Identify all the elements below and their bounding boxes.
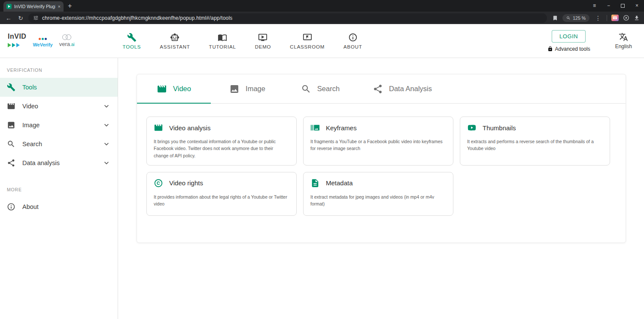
header-right: LOGIN Advanced tools English — [547, 30, 632, 52]
weverify-dots-icon — [33, 34, 52, 41]
divider — [607, 15, 607, 21]
nav-item-demo[interactable]: DEMO — [255, 33, 271, 49]
app-body: VERIFICATION Tools Video Image Search Da… — [0, 58, 644, 319]
tool-card-video-analysis[interactable]: Video analysis It brings you the context… — [146, 117, 297, 166]
chevron-down-icon[interactable] — [102, 121, 111, 129]
vera-logo[interactable]: vera.ai — [59, 34, 75, 47]
nav-label: DEMO — [255, 44, 271, 49]
site-settings-icon[interactable] — [33, 15, 39, 21]
classroom-icon — [303, 33, 312, 42]
tab-data-analysis[interactable]: Data Analysis — [357, 74, 448, 103]
tab-label: Search — [317, 85, 340, 93]
tab-image[interactable]: Image — [211, 74, 284, 103]
tool-card-title: Keyframes — [326, 124, 357, 132]
advanced-tools-link[interactable]: Advanced tools — [547, 46, 590, 52]
nav-label: ASSISTANT — [160, 44, 190, 49]
tool-card-keyframes[interactable]: Keyframes It fragments a YouTube or a Fa… — [303, 117, 453, 166]
image-icon — [229, 84, 240, 94]
maximize-icon — [621, 4, 625, 8]
tool-card-video-rights[interactable]: Video rights It provides information abo… — [146, 172, 297, 216]
bookmark-icon[interactable] — [552, 15, 558, 21]
url-text: chrome-extension://mhccpoafgdgbhnjfhkcmg… — [42, 15, 233, 21]
vera-logo-text: vera.ai — [59, 41, 75, 47]
nav-item-tutorial[interactable]: TUTORIAL — [209, 33, 236, 49]
navbar-right-icons: 125 % ⋮ — [550, 14, 640, 22]
tab-label: Image — [246, 85, 265, 93]
invid-triangles-icon — [8, 41, 26, 49]
back-icon[interactable]: ← — [4, 15, 13, 21]
nav-item-about[interactable]: ABOUT — [343, 33, 362, 49]
sidebar-item-label: Image — [22, 122, 39, 129]
advanced-tools-label: Advanced tools — [555, 46, 590, 52]
sidebar-item-label: Tools — [22, 84, 37, 91]
film-icon — [7, 102, 15, 110]
tools-panel: Video Image Search Data Analysis — [137, 74, 626, 243]
nav-label: TOOLS — [123, 44, 141, 49]
tool-card-description: It brings you the contextual information… — [154, 138, 289, 159]
tool-card-title: Thumbnails — [483, 124, 516, 132]
info-icon — [7, 202, 15, 211]
extension-favicon-icon — [6, 4, 12, 9]
media-control-icon[interactable] — [623, 15, 629, 21]
overflow-menu-icon[interactable]: ⋮ — [594, 15, 602, 21]
invid-logo-text: InVID — [8, 33, 26, 40]
sidebar-item-image[interactable]: Image — [0, 116, 118, 135]
chevron-down-icon[interactable] — [102, 159, 111, 167]
nav-item-tools[interactable]: TOOLS — [123, 33, 141, 49]
chevron-down-icon[interactable] — [102, 140, 111, 148]
sidebar-item-search[interactable]: Search — [0, 135, 118, 153]
browser-menu-icon[interactable]: ≡ — [587, 0, 601, 12]
downloads-icon[interactable] — [634, 15, 640, 21]
tab-search[interactable]: Search — [284, 74, 357, 103]
extension-keyboard-icon[interactable] — [611, 15, 619, 21]
tool-category-tabs: Video Image Search Data Analysis — [137, 74, 626, 104]
magnifier-icon — [566, 16, 571, 20]
tool-card-description: It extract metadata for jpeg images and … — [310, 193, 446, 208]
robot-icon — [170, 33, 179, 42]
sidebar-section-more: MORE — [0, 172, 118, 197]
sidebar-item-about[interactable]: About — [0, 197, 118, 216]
weverify-logo[interactable]: WeVerify — [33, 34, 52, 47]
nav-label: TUTORIAL — [209, 44, 236, 49]
browser-navbar: ← ↻ chrome-extension://mhccpoafgdgbhnjfh… — [0, 12, 644, 24]
top-navigation: TOOLS ASSISTANT TUTORIAL DEMO CLASSROOM … — [123, 33, 362, 49]
nav-label: ABOUT — [343, 44, 362, 49]
chevron-down-icon[interactable] — [102, 102, 111, 110]
tool-card-metadata[interactable]: Metadata It extract metadata for jpeg im… — [303, 172, 453, 216]
search-icon — [301, 84, 311, 94]
tool-card-description: It extracts and performs a reverse searc… — [467, 138, 603, 152]
wrench-icon — [7, 83, 15, 92]
sidebar-item-data-analysis[interactable]: Data analysis — [0, 153, 118, 172]
zoom-indicator[interactable]: 125 % — [562, 14, 589, 22]
browser-tab[interactable]: InVID WeVerify Plugin × — [3, 1, 64, 12]
filmstrip-icon — [310, 123, 320, 132]
browser-titlebar: InVID WeVerify Plugin × + ≡ − × — [0, 0, 644, 12]
close-button[interactable]: × — [630, 0, 644, 12]
wrench-icon — [127, 33, 137, 42]
nav-item-classroom[interactable]: CLASSROOM — [290, 33, 325, 49]
share-graph-icon — [7, 159, 15, 167]
tab-label: Data Analysis — [389, 85, 432, 93]
tab-close-icon[interactable]: × — [58, 4, 61, 9]
sidebar-item-video[interactable]: Video — [0, 97, 118, 116]
tool-card-thumbnails[interactable]: Thumbnails It extracts and performs a re… — [460, 117, 610, 166]
tab-title: InVID WeVerify Plugin — [14, 4, 55, 9]
zoom-level: 125 % — [573, 15, 586, 21]
login-button[interactable]: LOGIN — [552, 30, 586, 43]
maximize-button[interactable] — [616, 0, 630, 12]
minimize-button[interactable]: − — [601, 0, 616, 12]
url-bar[interactable]: chrome-extension://mhccpoafgdgbhnjfhkcmg… — [28, 13, 547, 23]
info-icon — [348, 33, 358, 42]
main-content: Video Image Search Data Analysis — [118, 58, 644, 319]
new-tab-button[interactable]: + — [68, 3, 72, 9]
reload-icon[interactable]: ↻ — [16, 15, 25, 21]
copyright-icon — [154, 178, 163, 188]
invid-logo[interactable]: InVID — [8, 33, 26, 49]
sidebar-item-label: Video — [22, 103, 38, 110]
nav-item-assistant[interactable]: ASSISTANT — [160, 33, 190, 49]
tool-card-title: Metadata — [326, 179, 353, 187]
file-icon — [310, 178, 320, 188]
tab-video[interactable]: Video — [137, 74, 211, 103]
sidebar-item-tools[interactable]: Tools — [0, 78, 118, 97]
language-switcher[interactable]: English — [615, 32, 632, 49]
